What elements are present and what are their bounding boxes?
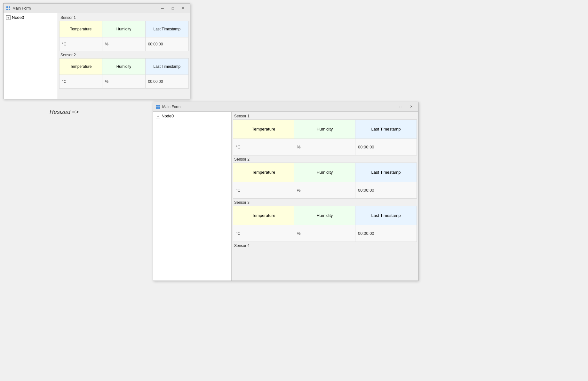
small-tree-expand-icon[interactable]: + xyxy=(6,15,11,20)
large-sensor-3-humidity-header: Humidity xyxy=(294,206,355,225)
small-sensor-2-timestamp-header: Last Timestamp xyxy=(146,59,188,75)
large-sensor-3-section: Sensor 3 Temperature Humidity Last Times… xyxy=(233,199,417,242)
large-sensor-1-temp-value: °C xyxy=(233,139,294,155)
svg-rect-0 xyxy=(6,6,8,8)
small-sensor-1-header-row: Temperature Humidity Last Timestamp xyxy=(60,21,188,37)
large-sensor-3-timestamp-header: Last Timestamp xyxy=(355,206,417,225)
small-window-maximize-btn[interactable]: □ xyxy=(168,5,177,12)
large-sensor-2-temp-header: Temperature xyxy=(233,163,294,182)
small-sensor-2-temp-header: Temperature xyxy=(60,59,102,75)
large-sensors-panel[interactable]: Sensor 1 Temperature Humidity Last Times… xyxy=(232,112,418,281)
large-sensor-4-label: Sensor 4 xyxy=(233,242,417,249)
small-sensor-2-section: Sensor 2 Temperature Humidity Last Times… xyxy=(59,52,189,89)
svg-rect-1 xyxy=(9,6,10,8)
large-sensor-3-temp-value: °C xyxy=(233,225,294,242)
large-sensor-1-humidity-header: Humidity xyxy=(294,120,355,139)
small-window-controls: ─ □ ✕ xyxy=(158,5,187,12)
large-sensor-2-humidity-value: % xyxy=(294,182,355,198)
large-sensor-3-header-row: Temperature Humidity Last Timestamp xyxy=(233,206,417,225)
large-window-titlebar: Main Form ─ □ ✕ xyxy=(153,102,418,112)
small-window-close-btn[interactable]: ✕ xyxy=(179,5,187,12)
small-window-content: + Node0 Sensor 1 Temperature Humidity La… xyxy=(4,13,190,99)
large-window-icon xyxy=(156,105,160,109)
large-window-title: Main Form xyxy=(162,105,386,109)
large-tree-node0[interactable]: + Node0 xyxy=(155,113,230,119)
large-sensor-3-grid: Temperature Humidity Last Timestamp °C %… xyxy=(233,206,417,242)
large-sensor-2-timestamp-value: 00:00:00 xyxy=(355,182,417,198)
svg-rect-5 xyxy=(158,105,160,107)
large-sensor-1-humidity-value: % xyxy=(294,139,355,155)
large-window-content: + Node0 Sensor 1 Temperature Humidity La… xyxy=(153,112,418,281)
large-sensor-1-timestamp-value: 00:00:00 xyxy=(355,139,417,155)
large-tree-panel[interactable]: + Node0 xyxy=(153,112,232,281)
large-sensor-2-grid: Temperature Humidity Last Timestamp °C %… xyxy=(233,163,417,199)
small-sensor-1-label: Sensor 1 xyxy=(59,14,189,21)
large-sensor-1-grid: Temperature Humidity Last Timestamp °C %… xyxy=(233,119,417,155)
large-sensor-1-section: Sensor 1 Temperature Humidity Last Times… xyxy=(233,113,417,155)
svg-rect-4 xyxy=(156,105,158,107)
svg-rect-6 xyxy=(156,107,158,109)
large-window-close-btn[interactable]: ✕ xyxy=(407,103,416,110)
small-window-minimize-btn[interactable]: ─ xyxy=(158,5,167,12)
large-sensor-1-label: Sensor 1 xyxy=(233,113,417,119)
large-sensor-2-label: Sensor 2 xyxy=(233,156,417,163)
large-window: Main Form ─ □ ✕ + Node0 Sensor 1 Tempera… xyxy=(153,102,418,281)
large-sensor-1-values-row: °C % 00:00:00 xyxy=(233,139,417,155)
small-sensor-1-temp-header: Temperature xyxy=(60,21,102,37)
large-sensor-3-label: Sensor 3 xyxy=(233,199,417,206)
small-sensor-1-section: Sensor 1 Temperature Humidity Last Times… xyxy=(59,14,189,51)
small-sensor-2-label: Sensor 2 xyxy=(59,52,189,58)
small-tree-node0[interactable]: + Node0 xyxy=(5,14,56,20)
large-sensor-2-temp-value: °C xyxy=(233,182,294,198)
large-tree-node0-label: Node0 xyxy=(162,114,174,118)
large-sensor-3-values-row: °C % 00:00:00 xyxy=(233,225,417,242)
svg-rect-7 xyxy=(158,107,160,109)
large-sensor-2-section: Sensor 2 Temperature Humidity Last Times… xyxy=(233,156,417,199)
large-tree-expand-icon[interactable]: + xyxy=(156,114,160,118)
small-window-titlebar: Main Form ─ □ ✕ xyxy=(4,4,190,13)
small-window-title: Main Form xyxy=(12,6,158,11)
small-sensor-1-timestamp-value: 00:00:00 xyxy=(146,37,188,51)
small-window: Main Form ─ □ ✕ + Node0 Sensor 1 Tempera… xyxy=(3,3,190,99)
small-sensor-1-humidity-header: Humidity xyxy=(102,21,145,37)
small-sensor-1-timestamp-header: Last Timestamp xyxy=(146,21,188,37)
large-sensor-2-timestamp-header: Last Timestamp xyxy=(355,163,417,182)
small-sensors-panel[interactable]: Sensor 1 Temperature Humidity Last Times… xyxy=(58,13,190,99)
small-sensor-2-values-row: °C % 00:00:00 xyxy=(60,75,188,88)
svg-rect-2 xyxy=(6,9,8,10)
small-sensor-2-humidity-value: % xyxy=(102,75,145,88)
large-sensor-3-timestamp-value: 00:00:00 xyxy=(355,225,417,242)
small-sensor-1-grid: Temperature Humidity Last Timestamp °C %… xyxy=(59,21,189,51)
large-sensor-1-temp-header: Temperature xyxy=(233,120,294,139)
large-sensor-3-humidity-value: % xyxy=(294,225,355,242)
small-sensor-2-grid: Temperature Humidity Last Timestamp °C %… xyxy=(59,58,189,89)
resized-label: Resized => xyxy=(50,109,79,115)
large-sensor-2-values-row: °C % 00:00:00 xyxy=(233,182,417,198)
small-tree-node0-label: Node0 xyxy=(12,15,24,20)
large-sensor-2-humidity-header: Humidity xyxy=(294,163,355,182)
large-sensor-2-header-row: Temperature Humidity Last Timestamp xyxy=(233,163,417,182)
large-sensor-1-timestamp-header: Last Timestamp xyxy=(355,120,417,139)
svg-rect-3 xyxy=(9,9,10,10)
small-sensor-2-header-row: Temperature Humidity Last Timestamp xyxy=(60,59,188,75)
large-window-minimize-btn[interactable]: ─ xyxy=(386,103,395,110)
large-window-controls: ─ □ ✕ xyxy=(386,103,416,110)
large-sensor-1-header-row: Temperature Humidity Last Timestamp xyxy=(233,120,417,139)
large-window-maximize-btn[interactable]: □ xyxy=(396,103,405,110)
small-tree-panel[interactable]: + Node0 xyxy=(4,13,58,99)
large-sensor-3-temp-header: Temperature xyxy=(233,206,294,225)
small-sensor-1-temp-value: °C xyxy=(60,37,102,51)
small-window-icon xyxy=(6,6,11,11)
small-sensor-2-temp-value: °C xyxy=(60,75,102,88)
small-sensor-2-humidity-header: Humidity xyxy=(102,59,145,75)
small-sensor-2-timestamp-value: 00:00:00 xyxy=(146,75,188,88)
small-sensor-1-values-row: °C % 00:00:00 xyxy=(60,37,188,51)
small-sensor-1-humidity-value: % xyxy=(102,37,145,51)
large-sensor-4-section: Sensor 4 xyxy=(233,242,417,249)
